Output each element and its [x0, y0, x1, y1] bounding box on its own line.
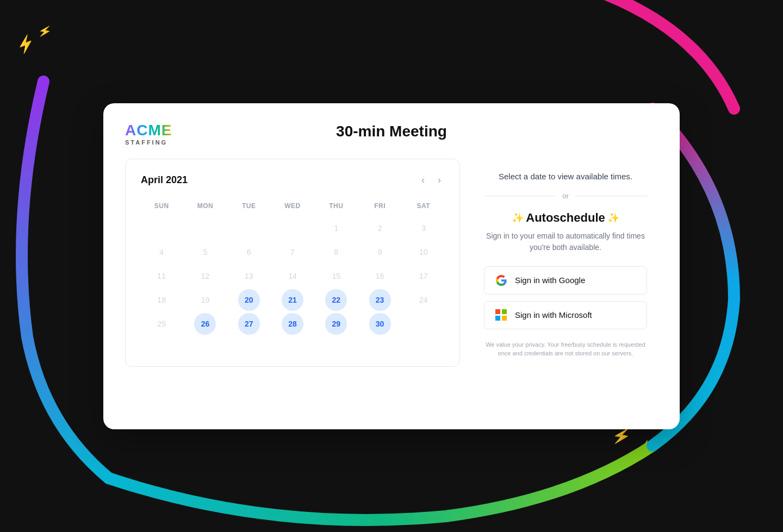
day-cell-18: 18 — [151, 289, 172, 311]
google-button-label: Sign in with Google — [515, 276, 585, 285]
day-cell-3: 3 — [413, 217, 434, 239]
day-cell-15: 15 — [325, 265, 347, 287]
day-cell-28[interactable]: 28 — [282, 313, 303, 335]
day-cell-w1-3 — [238, 217, 260, 239]
day-cell-2: 2 — [369, 217, 391, 239]
google-icon — [495, 274, 507, 286]
sparkle-left-icon: ✨ — [512, 212, 524, 224]
day-cell-8: 8 — [325, 241, 347, 263]
day-header-mon: MON — [184, 199, 226, 215]
logo-staffing: STAFFING — [125, 139, 167, 146]
lightning-icon-tl1: ⚡ — [14, 33, 38, 56]
microsoft-icon — [495, 309, 507, 321]
day-cell-24: 24 — [413, 289, 434, 311]
calendar-month-label: April 2021 — [141, 174, 188, 186]
day-cell-13: 13 — [238, 265, 260, 287]
autoschedule-label: Autoschedule — [526, 211, 605, 225]
day-cell-4: 4 — [151, 241, 172, 263]
prev-month-button[interactable]: ‹ — [418, 172, 428, 188]
day-header-sun: SUN — [141, 199, 182, 215]
day-header-wed: WED — [272, 199, 313, 215]
day-cell-10: 10 — [413, 241, 434, 263]
day-cell-25: 25 — [151, 313, 172, 335]
or-divider: or — [484, 192, 647, 200]
day-cell-11: 11 — [151, 265, 172, 287]
day-cell-w1-1 — [151, 217, 172, 239]
next-month-button[interactable]: › — [434, 172, 444, 188]
day-cell-27[interactable]: 27 — [238, 313, 260, 335]
day-cell-26[interactable]: 26 — [194, 313, 216, 335]
logo-area: ACME STAFFING — [125, 123, 172, 146]
page-title: 30-min Meeting — [336, 123, 447, 140]
ms-square-yellow — [502, 316, 507, 321]
sparkle-right-icon: ✨ — [607, 212, 619, 224]
day-cell-6: 6 — [238, 241, 260, 263]
day-header-fri: FRI — [359, 199, 400, 215]
ms-square-red — [495, 309, 500, 314]
microsoft-button-label: Sign in with Microsoft — [515, 310, 592, 320]
day-cell-22[interactable]: 22 — [325, 289, 347, 311]
day-cell-21[interactable]: 21 — [282, 289, 303, 311]
day-header-tue: TUE — [228, 199, 270, 215]
lightning-icon-br2: ⚡ — [637, 439, 654, 455]
day-cell-5: 5 — [194, 241, 216, 263]
day-cell-14: 14 — [282, 265, 303, 287]
ms-square-green — [502, 309, 507, 314]
day-cell-16: 16 — [369, 265, 391, 287]
day-cell-30[interactable]: 30 — [369, 313, 391, 335]
ms-square-blue — [495, 316, 500, 321]
or-text: or — [562, 192, 569, 200]
day-cell-w5-7 — [413, 313, 434, 335]
calendar-section: April 2021 ‹ › SUN MON TUE WED THU FRI S… — [125, 159, 460, 367]
right-panel: Select a date to view available times. o… — [473, 159, 658, 367]
signin-buttons: Sign in with Google Sign in with Microso… — [484, 266, 647, 329]
day-cell-20[interactable]: 20 — [238, 289, 260, 311]
select-date-text: Select a date to view available times. — [499, 172, 632, 181]
day-cell-9: 9 — [369, 241, 391, 263]
day-cell-23[interactable]: 23 — [369, 289, 391, 311]
main-card: ACME STAFFING 30-min Meeting April 2021 … — [103, 103, 680, 429]
privacy-text: We value your privacy. Your free/busy sc… — [484, 340, 647, 358]
google-signin-button[interactable]: Sign in with Google — [484, 266, 647, 295]
day-cell-19: 19 — [194, 289, 216, 311]
day-header-thu: THU — [315, 199, 357, 215]
calendar-nav: April 2021 ‹ › — [141, 172, 444, 188]
autoschedule-description: Sign in to your email to automatically f… — [484, 230, 647, 253]
day-cell-w1-4 — [282, 217, 303, 239]
day-cell-1: 1 — [325, 217, 347, 239]
day-header-sat: SAT — [403, 199, 444, 215]
day-cell-12: 12 — [194, 265, 216, 287]
or-line-left — [484, 196, 556, 196]
day-cell-7: 7 — [282, 241, 303, 263]
day-cell-29[interactable]: 29 — [325, 313, 347, 335]
nav-arrows: ‹ › — [418, 172, 444, 188]
lightning-icon-tl2: ⚡ — [37, 23, 53, 39]
or-line-right — [575, 196, 647, 196]
calendar-grid: SUN MON TUE WED THU FRI SAT 1 2 3 4 5 6 — [141, 199, 444, 335]
microsoft-signin-button[interactable]: Sign in with Microsoft — [484, 301, 647, 329]
day-cell-17: 17 — [413, 265, 434, 287]
card-body: April 2021 ‹ › SUN MON TUE WED THU FRI S… — [125, 159, 658, 367]
autoschedule-title: ✨ Autoschedule ✨ — [512, 211, 619, 225]
card-header: ACME STAFFING 30-min Meeting — [125, 123, 658, 146]
day-cell-w1-2 — [194, 217, 216, 239]
logo-acme: ACME — [125, 123, 172, 138]
